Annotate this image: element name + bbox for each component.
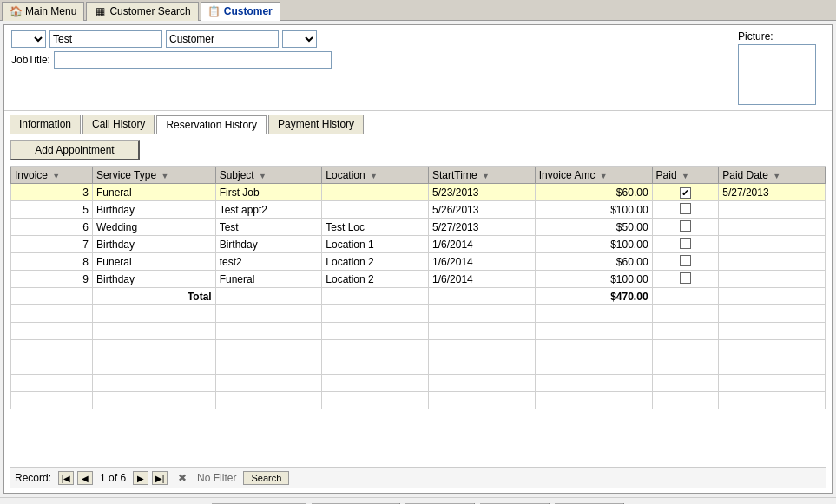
- nav-next-button[interactable]: ▶: [133, 471, 148, 485]
- table-row[interactable]: 7 Birthday Birthday Location 1 1/6/2014 …: [11, 236, 826, 253]
- picture-label: Picture:: [738, 30, 773, 43]
- location-sort-icon: ▼: [370, 172, 378, 180]
- paid-checkbox[interactable]: [680, 255, 691, 266]
- cell-starttime: 5/23/2013: [429, 184, 536, 201]
- paid-checkbox[interactable]: [680, 203, 691, 214]
- cell-paid[interactable]: [652, 271, 719, 288]
- doc-icon: 📋: [208, 5, 221, 17]
- col-header-paid-date[interactable]: Paid Date ▼: [719, 167, 826, 184]
- tab-payment-history[interactable]: Payment History: [268, 115, 364, 134]
- cell-location: Location 2: [322, 271, 429, 288]
- cell-invoice-amount: $100.00: [535, 271, 652, 288]
- jobtitle-row: JobTitle:: [11, 51, 731, 69]
- cell-invoice: 7: [11, 236, 93, 253]
- empty-row: [11, 392, 826, 409]
- table-header-row: Invoice ▼ Service Type ▼ Subject ▼ Locat…: [11, 167, 826, 184]
- search-button[interactable]: Search: [243, 471, 289, 485]
- suffix-select[interactable]: [282, 30, 317, 48]
- cell-service-type: Funeral: [92, 184, 215, 201]
- table-row[interactable]: 5 Birthday Test appt2 5/26/2013 $100.00: [11, 201, 826, 219]
- nav-prev-button[interactable]: ◀: [77, 471, 93, 485]
- cell-paid-date: [719, 236, 826, 253]
- of-label: of: [109, 472, 120, 484]
- cell-invoice-amount: $50.00: [535, 219, 652, 236]
- cell-paid[interactable]: [652, 236, 719, 253]
- col-header-service-type[interactable]: Service Type ▼: [92, 167, 215, 184]
- paid-checkbox[interactable]: [680, 220, 691, 232]
- tab-call-history[interactable]: Call History: [82, 115, 155, 134]
- paid-checkbox[interactable]: ✔: [680, 187, 691, 199]
- bottom-bar: Save & Close Save & New Delete Cancel Pr…: [0, 497, 836, 504]
- invoice-sort-icon: ▼: [52, 172, 60, 180]
- col-header-invoice[interactable]: Invoice ▼: [11, 167, 93, 184]
- top-tab-bar: 🏠 Main Menu ▦ Customer Search 📋 Customer: [0, 0, 836, 21]
- jobtitle-label: JobTitle:: [11, 54, 50, 66]
- cell-invoice: 3: [11, 184, 93, 201]
- col-header-invoice-amount[interactable]: Invoice Amc ▼: [535, 167, 652, 184]
- empty-row: [11, 357, 826, 375]
- tab-payment-history-label: Payment History: [278, 118, 354, 130]
- tab-customer-search[interactable]: ▦ Customer Search: [86, 2, 198, 21]
- cell-paid-date: 5/27/2013: [719, 184, 826, 201]
- record-info: 1 of 6: [100, 472, 126, 484]
- add-appointment-button[interactable]: Add Appointment: [10, 140, 140, 160]
- cell-paid[interactable]: [652, 201, 719, 219]
- tab-main-menu[interactable]: 🏠 Main Menu: [2, 2, 84, 21]
- cell-invoice: 6: [11, 219, 93, 236]
- cell-subject: Test: [215, 219, 322, 236]
- total-label: Total: [92, 288, 215, 305]
- total-empty-3: [429, 288, 536, 305]
- total-empty-1: [215, 288, 322, 305]
- cell-paid-date: [719, 253, 826, 271]
- tab-customer-label: Customer: [224, 5, 273, 17]
- form-fields: JobTitle:: [11, 30, 731, 72]
- table-row[interactable]: 9 Birthday Funeral Location 2 1/6/2014 $…: [11, 271, 826, 288]
- table-row[interactable]: 8 Funeral test2 Location 2 1/6/2014 $60.…: [11, 253, 826, 271]
- cell-subject: test2: [215, 253, 322, 271]
- filter-icon: ✖: [178, 472, 187, 484]
- cell-paid[interactable]: ✔: [652, 184, 719, 201]
- salutation-select[interactable]: [11, 30, 46, 48]
- form-header: JobTitle: Picture:: [4, 25, 832, 111]
- col-header-location[interactable]: Location ▼: [322, 167, 429, 184]
- tab-call-history-label: Call History: [92, 118, 145, 130]
- paid-checkbox[interactable]: [680, 238, 691, 249]
- cell-service-type: Birthday: [92, 271, 215, 288]
- cell-starttime: 5/26/2013: [429, 201, 536, 219]
- cell-subject: First Job: [215, 184, 322, 201]
- table-icon: ▦: [94, 5, 106, 17]
- paid-sort-icon: ▼: [681, 172, 689, 180]
- reservation-table-container[interactable]: Invoice ▼ Service Type ▼ Subject ▼ Locat…: [10, 166, 826, 468]
- col-header-paid[interactable]: Paid ▼: [652, 167, 719, 184]
- empty-row: [11, 305, 826, 323]
- cell-paid[interactable]: [652, 253, 719, 271]
- table-row[interactable]: 3 Funeral First Job 5/23/2013 $60.00 ✔ 5…: [11, 184, 826, 201]
- first-name-input[interactable]: [49, 30, 162, 48]
- cell-starttime: 1/6/2014: [429, 236, 536, 253]
- paid-checkbox[interactable]: [680, 272, 691, 284]
- nav-first-button[interactable]: |◀: [58, 471, 74, 485]
- record-label: Record:: [15, 472, 51, 484]
- table-row[interactable]: 6 Wedding Test Test Loc 5/27/2013 $50.00: [11, 219, 826, 236]
- reservation-table: Invoice ▼ Service Type ▼ Subject ▼ Locat…: [10, 167, 826, 409]
- picture-area: Picture:: [738, 30, 825, 105]
- col-header-subject[interactable]: Subject ▼: [215, 167, 322, 184]
- nav-last-button[interactable]: ▶|: [152, 471, 168, 485]
- tab-customer[interactable]: 📋 Customer: [201, 2, 280, 21]
- tab-information[interactable]: Information: [10, 115, 81, 134]
- last-name-input[interactable]: [166, 30, 279, 48]
- name-row: [11, 30, 731, 48]
- invoice-amount-sort-icon: ▼: [600, 172, 608, 180]
- cell-paid[interactable]: [652, 219, 719, 236]
- total-label-cell: [11, 288, 93, 305]
- cell-subject: Funeral: [215, 271, 322, 288]
- cell-location: Test Loc: [322, 219, 429, 236]
- cell-invoice-amount: $60.00: [535, 184, 652, 201]
- nav-bar: Record: |◀ ◀ 1 of 6 ▶ ▶| ✖ No Filter Sea…: [10, 468, 826, 488]
- jobtitle-input[interactable]: [54, 51, 332, 69]
- tab-reservation-history[interactable]: Reservation History: [156, 115, 267, 134]
- total-empty-2: [322, 288, 429, 305]
- col-header-starttime[interactable]: StartTime ▼: [429, 167, 536, 184]
- empty-row: [11, 340, 826, 357]
- tab-customer-search-label: Customer Search: [109, 5, 190, 17]
